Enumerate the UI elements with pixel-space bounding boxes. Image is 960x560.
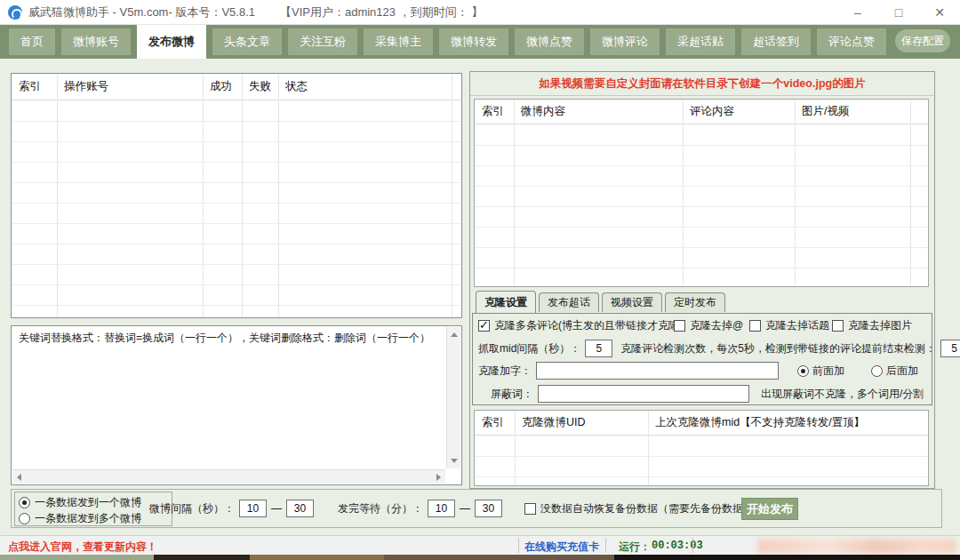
grid-line bbox=[648, 411, 649, 485]
add-text-label: 克隆加字： bbox=[478, 364, 532, 379]
main-tab-band: 首页 微博账号 发布微博 头条文章 关注互粉 采集博主 微博转发 微博点赞 微博… bbox=[0, 25, 960, 59]
tab-toutiao-article[interactable]: 头条文章 bbox=[212, 28, 282, 55]
tab-publish-weibo[interactable]: 发布微博 bbox=[137, 25, 206, 59]
wait-max-input[interactable] bbox=[475, 500, 502, 517]
clone-table-body bbox=[475, 436, 928, 485]
tab-weibo-account[interactable]: 微博账号 bbox=[61, 28, 131, 55]
block-word-label: 屏蔽词： bbox=[478, 387, 533, 402]
tab-video-settings[interactable]: 视频设置 bbox=[602, 292, 662, 312]
mid-interval-input[interactable] bbox=[585, 340, 612, 357]
col-clone-uid: 克隆微博UID bbox=[515, 415, 648, 430]
radio-selected-icon[interactable] bbox=[19, 497, 30, 508]
range-dash: — bbox=[271, 502, 282, 515]
publish-controls: 一条数据发到一个微博 一条数据发到多个微博 微博间隔（秒）： — 发完等待（分）… bbox=[11, 489, 942, 528]
col-status: 状态 bbox=[278, 79, 452, 94]
remove-at-label: 克隆去掉@ bbox=[690, 318, 743, 333]
vertical-scrollbar[interactable] bbox=[446, 327, 460, 468]
remove-at-option[interactable]: 克隆去掉@ bbox=[674, 318, 743, 333]
clone-table-header: 索引 克隆微博UID 上次克隆微博mid【不支持克隆转发/置顶】 bbox=[475, 411, 928, 436]
radio-icon[interactable] bbox=[19, 513, 30, 524]
scroll-left-icon[interactable] bbox=[17, 474, 21, 481]
detect-label: 克隆评论检测次数，每次5秒，检测到带链接的评论提前结束检测： bbox=[620, 341, 936, 356]
weibo-content-table[interactable]: 索引 微博内容 评论内容 图片/视频 bbox=[474, 99, 929, 287]
accounts-table-header: 索引 操作账号 成功 失败 状态 bbox=[12, 74, 461, 100]
tab-weibo-comment[interactable]: 微博评论 bbox=[590, 28, 660, 55]
checkbox-checked-icon[interactable] bbox=[478, 320, 490, 332]
start-publish-button[interactable]: 开始发布 bbox=[741, 498, 798, 520]
tab-comment-like[interactable]: 评论点赞 bbox=[817, 28, 886, 55]
col-success: 成功 bbox=[203, 79, 242, 94]
radio-selected-icon[interactable] bbox=[797, 365, 809, 377]
remove-image-label: 克隆去掉图片 bbox=[848, 318, 912, 333]
checkbox-icon[interactable] bbox=[749, 320, 761, 332]
clone-multi-comment-option[interactable]: 克隆多条评论(博主发的且带链接才克隆) bbox=[478, 318, 683, 333]
vip-info: 【VIP用户：admin123 ，到期时间： 】 bbox=[280, 4, 483, 20]
tab-collect-blogger[interactable]: 采集博主 bbox=[364, 28, 433, 55]
horizontal-scrollbar[interactable] bbox=[12, 469, 445, 484]
remove-topic-option[interactable]: 克隆去掉话题 bbox=[749, 318, 829, 333]
scroll-right-icon[interactable] bbox=[436, 474, 441, 481]
scroll-down-icon[interactable] bbox=[451, 459, 458, 463]
restore-backup-label: 没数据自动恢复备份数据（需要先备份数据） bbox=[540, 501, 754, 516]
send-one-label: 一条数据发到一个微博 bbox=[35, 495, 141, 510]
wait-label: 发完等待（分）： bbox=[338, 501, 423, 516]
maximize-button[interactable]: □ bbox=[878, 0, 919, 24]
tab-home[interactable]: 首页 bbox=[9, 28, 55, 55]
tab-clone-settings[interactable]: 克隆设置 bbox=[476, 291, 536, 313]
checkbox-icon[interactable] bbox=[524, 503, 536, 515]
checkbox-icon[interactable] bbox=[832, 320, 844, 332]
setting-tabs: 克隆设置 发布超话 视频设置 定时发布 bbox=[476, 291, 728, 313]
add-back-option[interactable]: 后面加 bbox=[871, 364, 918, 379]
checkbox-icon[interactable] bbox=[674, 320, 685, 332]
app-window: 威武猫微博助手 - V5m.com- 版本号：V5.8.1 【VIP用户：adm… bbox=[0, 0, 960, 560]
app-icon bbox=[8, 5, 22, 20]
divider bbox=[692, 538, 693, 553]
tab-publish-supertopic[interactable]: 发布超话 bbox=[539, 292, 599, 312]
col-index: 索引 bbox=[475, 415, 515, 430]
redacted-blur bbox=[757, 539, 956, 554]
remove-image-option[interactable]: 克隆去掉图片 bbox=[832, 318, 912, 333]
col-media: 图片/视频 bbox=[795, 104, 910, 119]
scroll-up-icon[interactable] bbox=[451, 332, 458, 337]
keywords-textarea[interactable]: 关键词替换格式：替换词=换成词（一行一个），关键词删除格式：删除词（一行一个） bbox=[11, 325, 462, 485]
block-word-input[interactable] bbox=[538, 385, 749, 403]
block-word-hint: 出现屏蔽词不克隆，多个词用/分割 bbox=[761, 387, 924, 402]
tab-scheduled-publish[interactable]: 定时发布 bbox=[665, 292, 725, 312]
grid-line bbox=[203, 74, 204, 317]
content-table-header: 索引 微博内容 评论内容 图片/视频 bbox=[475, 100, 928, 124]
tab-weibo-repost[interactable]: 微博转发 bbox=[439, 28, 508, 55]
accounts-table[interactable]: 索引 操作账号 成功 失败 状态 bbox=[11, 73, 462, 318]
tab-follow-fans[interactable]: 关注互粉 bbox=[288, 28, 357, 55]
close-button[interactable]: ✕ bbox=[919, 0, 960, 24]
title-bar: 威武猫微博助手 - V5m.com- 版本号：V5.8.1 【VIP用户：adm… bbox=[0, 0, 960, 25]
clone-uid-table[interactable]: 索引 克隆微博UID 上次克隆微博mid【不支持克隆转发/置顶】 bbox=[474, 410, 929, 486]
interval-max-input[interactable] bbox=[286, 500, 314, 517]
tab-supertopic-checkin[interactable]: 超话签到 bbox=[741, 28, 811, 55]
wait-min-input[interactable] bbox=[428, 500, 455, 517]
save-config-button[interactable]: 保存配置 bbox=[895, 29, 950, 52]
divider bbox=[605, 538, 606, 553]
interval-row: 微博间隔（秒）： — 发完等待（分）： — 没数据自动恢复备份数据（需要先备份数… bbox=[149, 500, 754, 517]
restore-backup-option[interactable]: 没数据自动恢复备份数据（需要先备份数据） bbox=[524, 501, 754, 516]
tab-supertopic-collect[interactable]: 采超话贴 bbox=[666, 28, 735, 55]
mid-interval-label: 抓取mid间隔（秒）： bbox=[478, 341, 580, 356]
window-controls: – □ ✕ bbox=[837, 0, 960, 24]
col-weibo-content: 微博内容 bbox=[514, 104, 683, 119]
grid-line bbox=[242, 74, 243, 317]
detect-count-input[interactable] bbox=[940, 340, 960, 357]
tab-weibo-like[interactable]: 微博点赞 bbox=[515, 28, 584, 55]
status-bar: 点我进入官网，查看更新内容！ 在线购买充值卡 运行： 00:03:03 bbox=[0, 535, 960, 555]
keywords-hint-text: 关键词替换格式：替换词=换成词（一行一个），关键词删除格式：删除词（一行一个） bbox=[12, 326, 445, 350]
radio-icon[interactable] bbox=[871, 365, 883, 377]
col-fail: 失败 bbox=[242, 79, 278, 94]
grid-line bbox=[795, 100, 796, 286]
grid-line bbox=[514, 100, 515, 286]
buy-card-link[interactable]: 在线购买充值卡 bbox=[524, 540, 599, 555]
official-site-link[interactable]: 点我进入官网，查看更新内容！ bbox=[8, 540, 157, 555]
minimize-button[interactable]: – bbox=[837, 0, 878, 24]
interval-min-input[interactable] bbox=[239, 500, 267, 517]
add-text-input[interactable] bbox=[536, 362, 779, 380]
send-many-option[interactable]: 一条数据发到多个微博 bbox=[19, 511, 141, 526]
add-front-option[interactable]: 前面加 bbox=[797, 364, 844, 379]
send-one-option[interactable]: 一条数据发到一个微博 bbox=[19, 495, 141, 510]
